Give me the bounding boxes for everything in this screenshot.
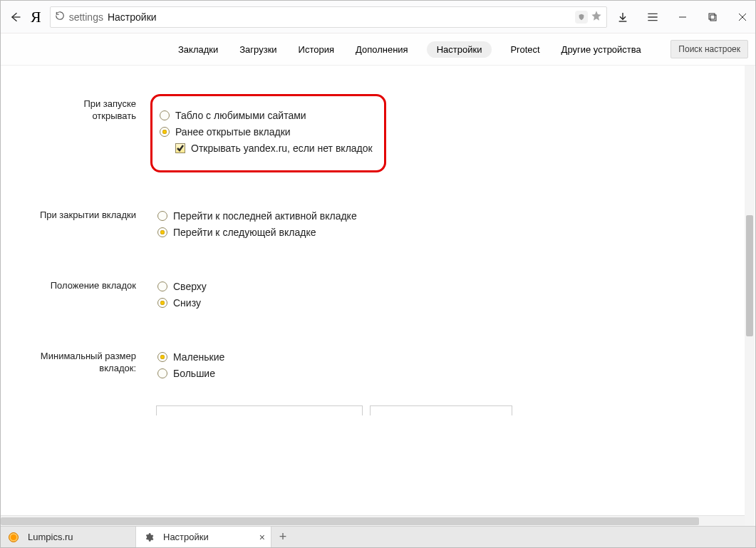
new-tab-button[interactable]: + (271, 527, 294, 547)
section-label: При запуске открывать (1, 94, 157, 172)
back-button[interactable] (6, 9, 24, 26)
radio-icon (157, 298, 167, 308)
section-startup: При запуске открывать Табло с любимыми с… (1, 94, 755, 172)
input-placeholder[interactable] (156, 405, 363, 415)
subnav-extensions[interactable]: Дополнения (353, 41, 411, 58)
settings-content: При запуске открывать Табло с любимыми с… (1, 65, 755, 526)
tab-strip: Lumpics.ru Настройки × + (1, 526, 755, 547)
window-close-button[interactable] (734, 9, 751, 26)
section-label: Положение вкладок (1, 276, 157, 314)
toolbar: Я settings Настройки (1, 1, 755, 33)
input-placeholder[interactable] (370, 405, 512, 415)
settings-search-input[interactable]: Поиск настроек (670, 40, 748, 58)
radio-startup-previous[interactable]: Ранее открытые вкладки (160, 126, 373, 138)
radio-icon (157, 281, 167, 291)
address-prefix: settings (69, 11, 103, 23)
highlighted-group: Табло с любимыми сайтами Ранее открытые … (150, 94, 386, 172)
radio-icon (157, 368, 167, 378)
radio-size-small[interactable]: Маленькие (157, 351, 713, 363)
window-minimize-button[interactable] (674, 9, 691, 26)
address-bar[interactable]: settings Настройки (50, 6, 607, 28)
yandex-logo[interactable]: Я (31, 8, 41, 26)
tab-settings[interactable]: Настройки × (136, 527, 271, 547)
radio-close-next[interactable]: Перейти к следующей вкладке (157, 227, 713, 238)
radio-size-big[interactable]: Большие (157, 368, 713, 379)
address-title: Настройки (108, 11, 157, 23)
tab-title: Lumpics.ru (28, 532, 73, 542)
subnav-devices[interactable]: Другие устройства (559, 41, 644, 58)
tab-title: Настройки (163, 532, 209, 542)
reload-icon[interactable] (55, 11, 65, 23)
section-minsize: Минимальный размер вкладок: Маленькие Бо… (1, 346, 755, 384)
subnav-downloads[interactable]: Загрузки (237, 41, 279, 58)
downloads-icon[interactable] (614, 9, 631, 26)
radio-icon (157, 211, 167, 221)
radio-pos-top[interactable]: Сверху (157, 281, 713, 292)
radio-icon (160, 110, 170, 120)
subnav-bookmarks[interactable]: Закладки (175, 41, 221, 58)
section-label: Минимальный размер вкладок: (1, 346, 157, 384)
svg-rect-0 (709, 14, 715, 19)
subnav-protect[interactable]: Protect (507, 41, 542, 58)
scrollbar-thumb[interactable] (746, 215, 753, 336)
browser-window: Я settings Настройки (0, 0, 756, 548)
subnav-settings[interactable]: Настройки (427, 41, 492, 58)
radio-icon (160, 127, 170, 137)
radio-pos-bottom[interactable]: Снизу (157, 297, 713, 309)
radio-icon (157, 352, 167, 362)
section-onclose: При закрытии вкладки Перейти к последней… (1, 205, 755, 243)
checkbox-open-yandex[interactable]: Открывать yandex.ru, если нет вкладок (175, 143, 373, 154)
tab-lumpics[interactable]: Lumpics.ru (1, 527, 136, 547)
menu-icon[interactable] (644, 9, 661, 26)
radio-startup-tablo[interactable]: Табло с любимыми сайтами (160, 110, 373, 121)
tab-close-icon[interactable]: × (259, 532, 265, 542)
bookmark-star-icon[interactable] (591, 10, 602, 24)
scrollbar-thumb[interactable] (1, 517, 699, 525)
radio-close-last-active[interactable]: Перейти к последней активной вкладке (157, 210, 713, 222)
horizontal-scrollbar[interactable] (1, 515, 745, 526)
checkbox-icon (175, 143, 185, 153)
section-partial (1, 405, 755, 415)
svg-rect-1 (710, 15, 716, 21)
window-maximize-button[interactable] (704, 9, 721, 26)
section-label: При закрытии вкладки (1, 205, 157, 243)
settings-subnav: Закладки Загрузки История Дополнения Нас… (1, 33, 755, 65)
gear-icon (143, 532, 155, 543)
section-position: Положение вкладок Сверху Снизу (1, 276, 755, 314)
vertical-scrollbar[interactable] (745, 66, 755, 526)
lumpics-icon (8, 532, 19, 543)
subnav-history[interactable]: История (296, 41, 337, 58)
protect-icon[interactable] (575, 11, 588, 24)
radio-icon (157, 227, 167, 237)
